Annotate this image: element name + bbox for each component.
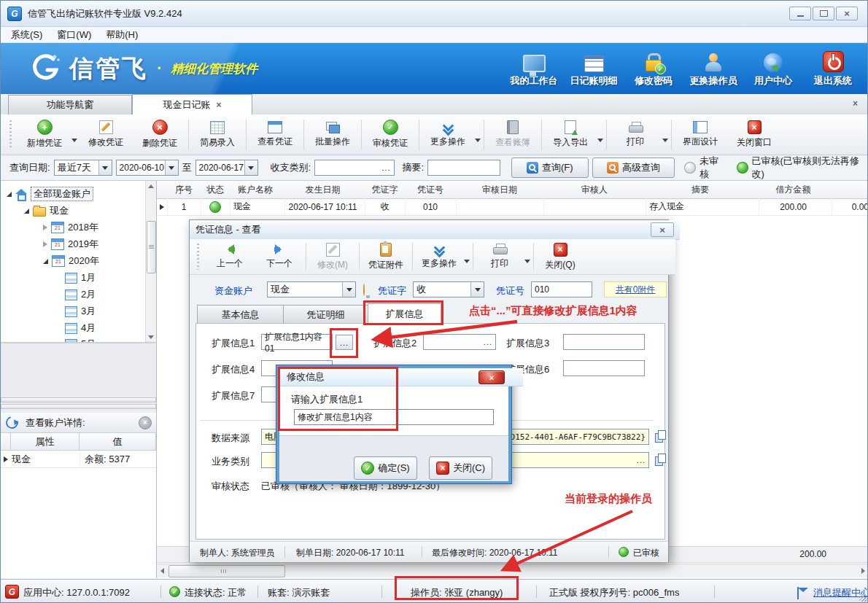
view-voucher-button[interactable]: 查看凭证 [248,117,302,153]
menu-help[interactable]: 帮助(H) [98,27,145,43]
tabstrip-close-icon[interactable]: × [853,99,858,108]
biz-ellipsis-button[interactable]: ... [637,456,646,464]
print-caret-icon[interactable] [662,139,668,145]
workbench-button[interactable]: 我的工作台 [504,49,564,87]
category-ellipsis-button[interactable]: ... [381,163,390,172]
more-caret-icon[interactable] [464,260,470,266]
dialog-print-button[interactable]: 打印 [475,241,524,273]
tab-basic-info[interactable]: 基本信息 [197,305,284,324]
col-header-date[interactable]: 发生日期 [281,181,365,199]
scroll-left-icon[interactable] [160,568,164,574]
cell-account[interactable]: 现金 [230,198,285,216]
date-from-select[interactable]: 2020-06-10 [116,160,179,176]
tree-node-2018[interactable]: 2018年 [43,220,98,235]
chevron-down-icon[interactable] [342,282,355,297]
ui-design-button[interactable]: 界面设计 [673,117,727,153]
menu-window[interactable]: 窗口(W) [50,27,98,43]
ext6-input[interactable] [563,360,645,376]
tree-scrollbar[interactable] [145,181,156,343]
dialog-close-button[interactable] [651,222,674,237]
voucher-attachment-button[interactable]: 凭证附件 [361,241,411,273]
expander-open-icon[interactable] [43,259,48,264]
tree-node-month-2[interactable]: 2月 [65,287,96,302]
cell-status[interactable] [201,198,230,216]
date-range-select[interactable]: 最近7天 [54,160,112,176]
view-book-button[interactable]: 查看账簿 [486,117,540,153]
col-header-audit-date[interactable]: 审核日期 [456,181,544,199]
tree-node-month-4[interactable]: 4月 [65,321,96,335]
refresh-icon[interactable] [4,414,20,431]
ext1-input[interactable]: 扩展信息1内容01 [261,334,333,350]
tree-node-2020[interactable]: 2020年 [43,254,99,268]
tab-cash-journal[interactable]: 现金日记账 × [132,94,252,114]
tab-function-nav[interactable]: 功能导航窗 [8,95,132,114]
tree-node-month-1[interactable]: 1月 [65,271,96,285]
modify-close-button[interactable]: 关闭(C) [429,456,492,480]
maximize-button[interactable] [813,7,834,20]
change-password-button[interactable]: 修改密码 [624,49,683,87]
col-header-auditor[interactable]: 审核人 [543,181,646,199]
import-export-caret-icon[interactable] [597,139,603,145]
col-header-seq[interactable]: 序号 [167,181,201,199]
cell-seq[interactable]: 1 [167,198,201,216]
delete-voucher-button[interactable]: 删除凭证 [133,117,187,153]
attachment-count-link[interactable]: 共有0附件 [604,281,667,297]
chevron-down-icon[interactable] [244,160,257,175]
col-header-status[interactable]: 状态 [201,181,230,199]
quick-entry-button[interactable]: 简易录入 [190,117,244,153]
audit-voucher-button[interactable]: 审核凭证 [363,117,417,153]
modify-voucher-button[interactable]: 修改(M) [308,241,357,273]
col-header-debit[interactable]: 借方金额 [755,181,832,199]
advanced-search-button[interactable]: 高级查询 [592,157,675,178]
switch-operator-button[interactable]: 更换操作员 [683,49,743,87]
fund-account-select[interactable]: 现金 [267,281,356,297]
chevron-down-icon[interactable] [98,160,112,175]
more-operations-caret-icon[interactable] [475,139,481,145]
next-voucher-button[interactable]: 下一个 [255,241,304,273]
exit-system-button[interactable]: 退出系统 [803,49,863,87]
chevron-down-icon[interactable] [165,160,178,175]
cell-debit[interactable]: 200.00 [755,198,832,216]
tree-node-all-accounts[interactable]: 全部现金账户 [7,187,93,201]
tab-close-icon[interactable]: × [216,101,221,109]
tree-node-month-5[interactable]: 5月 [65,337,96,343]
tree-node-month-3[interactable]: 3月 [65,304,96,319]
scroll-up-icon[interactable] [148,184,154,188]
chevron-down-icon[interactable] [470,282,484,297]
expander-closed-icon[interactable] [43,225,47,230]
category-input[interactable]: ... [314,160,394,176]
user-center-button[interactable]: 用户中心 [743,49,803,87]
voucher-word-select[interactable]: 收 [413,281,484,297]
expander-open-icon[interactable] [24,209,29,214]
date-to-select[interactable]: 2020-06-17 [195,160,258,176]
tab-voucher-detail[interactable]: 凭证明细 [283,305,368,324]
close-button[interactable] [836,7,858,20]
close-window-button[interactable]: 关闭窗口 [727,117,781,153]
cell-credit[interactable]: 0.00 [832,198,868,216]
col-header-memo[interactable]: 摘要 [646,181,756,199]
add-voucher-button[interactable]: 新增凭证 [18,117,71,153]
modify-dialog-close-button[interactable] [478,370,505,384]
memo-input[interactable] [427,160,500,176]
ext3-input[interactable] [563,334,645,350]
prev-voucher-button[interactable]: 上一个 [205,241,255,273]
scroll-right-icon[interactable] [861,568,865,574]
cell-no[interactable]: 010 [405,198,457,216]
batch-operation-button[interactable]: 批量操作 [306,117,360,153]
minimize-button[interactable] [789,7,811,20]
add-voucher-caret-icon[interactable] [71,139,77,145]
col-header-word[interactable]: 凭证字 [365,181,406,199]
panel-close-icon[interactable] [139,416,152,429]
dialog-close-q-button[interactable]: 关闭(Q) [535,241,585,273]
ext2-ellipsis-button[interactable]: ... [484,338,492,346]
cell-date[interactable]: 2020-06-17 10:11 [281,198,365,216]
tree-node-cash[interactable]: 现金 [24,203,69,218]
journal-detail-button[interactable]: 日记账明细 [564,49,624,87]
expander-open-icon[interactable] [7,192,12,197]
ext2-input[interactable]: ... [423,334,496,350]
print-button[interactable]: 打印 [608,117,662,153]
col-header-account[interactable]: 账户名称 [230,181,282,199]
cell-audit-date[interactable] [456,198,544,216]
dialog-more-operations-button[interactable]: 更多操作 [414,241,464,273]
col-header-no[interactable]: 凭证号 [405,181,457,199]
